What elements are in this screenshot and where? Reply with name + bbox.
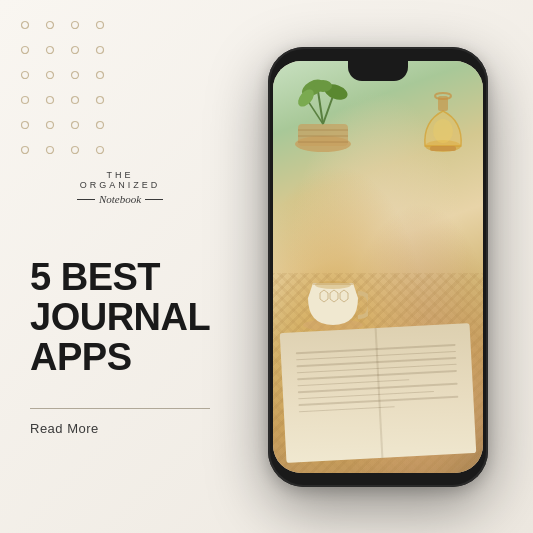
svg-point-35 [314, 80, 332, 92]
svg-rect-37 [430, 146, 456, 151]
logo-organized: ORGANIZED [30, 180, 210, 190]
logo-divider: Notebook [30, 193, 210, 205]
phone-screen [273, 61, 483, 473]
heading-text: 5 BEST JOURNAL APPS [30, 258, 210, 378]
read-more-button[interactable]: Read More [30, 421, 99, 436]
heading-line2: JOURNAL [30, 296, 210, 338]
heading-line1: 5 BEST [30, 256, 160, 298]
logo-line-right [145, 199, 163, 200]
svg-rect-25 [298, 124, 348, 146]
tea-cup [298, 263, 368, 333]
right-panel [223, 0, 533, 533]
lantern-decoration [418, 91, 468, 151]
logo-notebook: Notebook [99, 193, 141, 205]
open-book [280, 323, 477, 463]
svg-point-42 [315, 281, 351, 289]
read-more-section: Read More [30, 408, 210, 437]
phone-mockup [268, 47, 488, 487]
main-heading: 5 BEST JOURNAL APPS [30, 258, 210, 378]
phone-notch [348, 61, 408, 81]
logo: THE ORGANIZED Notebook [30, 170, 210, 208]
plant-decoration [288, 76, 358, 156]
logo-the: THE [30, 170, 210, 180]
page-background: THE ORGANIZED Notebook 5 BEST JOURNAL AP… [0, 0, 533, 533]
heading-line3: APPS [30, 336, 131, 378]
svg-line-30 [323, 96, 333, 124]
svg-point-40 [433, 119, 453, 143]
phone-screen-image [273, 61, 483, 473]
left-panel: THE ORGANIZED Notebook 5 BEST JOURNAL AP… [0, 0, 240, 533]
logo-line-left [77, 199, 95, 200]
